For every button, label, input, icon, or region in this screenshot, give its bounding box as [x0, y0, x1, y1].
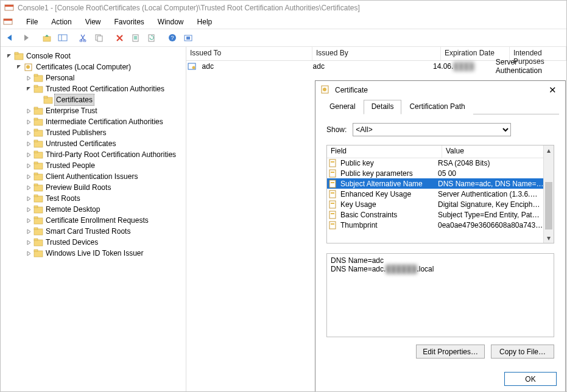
field-row[interactable]: Public keyRSA (2048 Bits)	[327, 158, 544, 168]
tree-label: Trusted Publishers	[46, 127, 107, 138]
tree-item[interactable]: Untrusted Certificates	[5, 138, 186, 149]
folder-icon	[33, 205, 43, 214]
menu-file[interactable]: File	[24, 16, 40, 27]
tree-console-root[interactable]: Console Root	[5, 51, 186, 61]
collapse-icon[interactable]	[25, 250, 32, 257]
refresh-button[interactable]	[144, 30, 159, 45]
collapse-icon[interactable]	[25, 173, 32, 180]
copy-button[interactable]	[92, 30, 107, 45]
col-value[interactable]: Value	[442, 145, 554, 158]
collapse-icon[interactable]	[25, 184, 32, 191]
tree-certificates-leaf[interactable]: Certificates	[5, 94, 186, 105]
collapse-icon[interactable]	[25, 217, 32, 224]
menu-action[interactable]: Action	[49, 16, 74, 27]
tree-item[interactable]: Trusted Publishers	[5, 127, 186, 138]
show-dropdown[interactable]: <All>	[353, 123, 511, 136]
expand-icon[interactable]	[15, 63, 23, 71]
toolbar: ?	[1, 29, 566, 47]
collapse-icon[interactable]	[25, 228, 32, 235]
svg-rect-25	[34, 74, 38, 76]
col-issued-by[interactable]: Issued By	[312, 47, 441, 60]
tree-item[interactable]: Preview Build Roots	[5, 182, 186, 193]
collapse-icon[interactable]	[25, 140, 32, 147]
tree-item[interactable]: Trusted Devices	[5, 237, 186, 248]
value-detail-box[interactable]: DNS Name=adcDNS Name=adc.██████.local	[326, 253, 554, 337]
expand-icon[interactable]	[5, 52, 13, 60]
col-issued-to[interactable]: Issued To	[186, 47, 312, 60]
field-row[interactable]: Key UsageDigital Signature, Key Encipher…	[327, 199, 544, 209]
collapse-icon[interactable]	[25, 239, 32, 246]
tree-item[interactable]: Third-Party Root Certification Authoriti…	[5, 149, 186, 160]
tree-item[interactable]: Smart Card Trusted Roots	[5, 226, 186, 237]
tree-personal[interactable]: Personal	[5, 72, 186, 83]
collapse-icon[interactable]	[25, 74, 32, 82]
expand-icon[interactable]	[25, 85, 32, 93]
mmc-doc-icon	[3, 17, 13, 27]
collapse-icon[interactable]	[25, 151, 32, 158]
scroll-thumb[interactable]	[545, 182, 552, 229]
folder-icon	[33, 161, 43, 170]
back-button[interactable]	[3, 30, 18, 45]
tree-pane[interactable]: Console Root Certificates (Local Compute…	[1, 47, 186, 391]
col-field[interactable]: Field	[327, 145, 442, 158]
ok-button[interactable]: OK	[504, 372, 557, 386]
collapse-icon[interactable]	[25, 107, 32, 114]
collapse-icon[interactable]	[25, 206, 32, 213]
tree-item[interactable]: Intermediate Certification Authorities	[5, 116, 186, 127]
tree-item[interactable]: Remote Desktop	[5, 204, 186, 215]
menu-window[interactable]: Window	[155, 16, 186, 27]
collapse-icon[interactable]	[25, 162, 32, 169]
field-list[interactable]: Field Value Public keyRSA (2048 Bits)Pub…	[326, 145, 554, 243]
svg-rect-34	[34, 130, 43, 136]
collapse-icon[interactable]	[25, 129, 32, 136]
svg-point-59	[192, 66, 195, 69]
scroll-down-icon[interactable]: ▾	[544, 233, 554, 243]
folder-icon	[33, 194, 43, 203]
delete-button[interactable]	[113, 30, 127, 45]
edit-properties-button[interactable]: Edit Properties…	[416, 345, 485, 359]
close-button[interactable]: ✕	[544, 83, 560, 97]
svg-rect-45	[34, 184, 38, 186]
field-value: RSA (2048 Bits)	[438, 159, 544, 167]
scroll-track[interactable]	[544, 155, 554, 233]
menu-help[interactable]: Help	[195, 16, 215, 27]
tree-label: Windows Live ID Token Issuer	[46, 248, 144, 259]
collapse-icon[interactable]	[25, 118, 32, 125]
tree-item[interactable]: Trusted People	[5, 160, 186, 171]
field-row[interactable]: Enhanced Key UsageServer Authentication …	[327, 189, 544, 199]
cut-button[interactable]	[76, 30, 91, 45]
field-row[interactable]: Public key parameters05 00	[327, 168, 544, 178]
help-button[interactable]: ?	[165, 30, 180, 45]
tab-details[interactable]: Details	[364, 100, 402, 114]
folder-icon	[33, 139, 43, 148]
tree-trusted-root-ca[interactable]: Trusted Root Certification Authorities	[5, 83, 186, 94]
scroll-up-icon[interactable]: ▴	[544, 145, 554, 155]
tab-general[interactable]: General	[322, 100, 364, 114]
options-button[interactable]	[181, 30, 195, 45]
tree-certificates-root[interactable]: Certificates (Local Computer)	[5, 61, 186, 72]
list-row[interactable]: adc adc 14.06.████ Server Authentication	[186, 61, 566, 72]
field-row[interactable]: Subject Alternative NameDNS Name=adc, DN…	[327, 178, 544, 189]
field-row[interactable]: Thumbprint0ea0ae479e3606608a80a743…	[327, 220, 544, 230]
tree-item[interactable]: Client Authentication Issuers	[5, 171, 186, 182]
svg-rect-1	[5, 5, 13, 7]
field-name: Subject Alternative Name	[340, 180, 438, 188]
tab-certification-path[interactable]: Certification Path	[401, 100, 473, 114]
folder-icon	[33, 85, 43, 93]
up-button[interactable]	[40, 30, 54, 45]
properties-button[interactable]	[129, 30, 143, 45]
scrollbar[interactable]: ▴ ▾	[543, 145, 554, 243]
dialog-tabs: General Details Certification Path	[322, 99, 559, 114]
tree-item[interactable]: Certificate Enrollment Requests	[5, 215, 186, 226]
tree-item[interactable]: Enterprise Trust	[5, 105, 186, 116]
tree-item[interactable]: Test Roots	[5, 193, 186, 204]
collapse-icon[interactable]	[25, 195, 32, 202]
field-row[interactable]: Basic ConstraintsSubject Type=End Entity…	[327, 209, 544, 220]
menu-view[interactable]: View	[83, 16, 104, 27]
copy-to-file-button[interactable]: Copy to File…	[491, 345, 554, 359]
tree-item[interactable]: Windows Live ID Token Issuer	[5, 248, 186, 259]
menu-favorites[interactable]: Favorites	[112, 16, 147, 27]
show-hide-tree-button[interactable]	[55, 30, 70, 45]
forward-button[interactable]	[19, 30, 33, 45]
certificate-dialog: Certificate ✕ General Details Certificat…	[315, 80, 566, 392]
